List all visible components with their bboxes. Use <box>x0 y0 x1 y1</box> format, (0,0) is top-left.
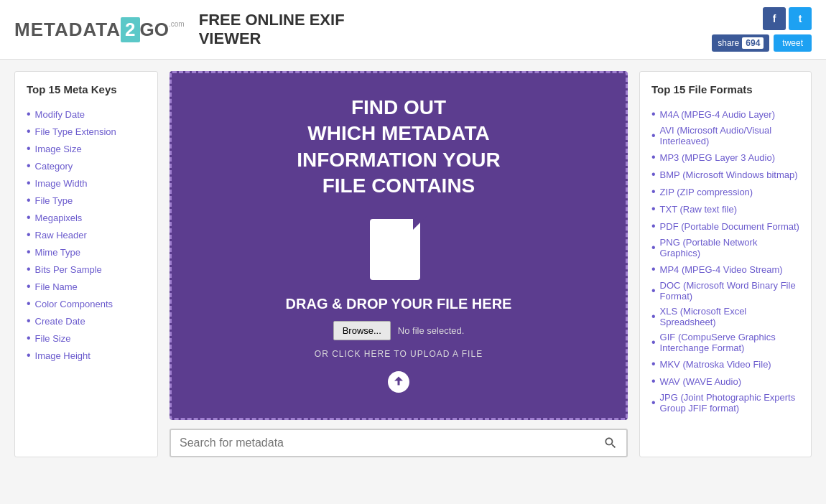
click-upload-text: OR CLICK HERE TO UPLOAD A FILE <box>315 349 483 359</box>
list-item: File Size <box>27 330 146 347</box>
facebook-share-button[interactable]: share 694 <box>712 34 769 52</box>
file-format-link[interactable]: MKV (Matroska Video File) <box>660 359 771 370</box>
list-item: Image Width <box>27 174 146 192</box>
meta-key-link[interactable]: Image Size <box>35 144 82 154</box>
list-item: JPG (Joint Photographic Experts Group JF… <box>651 390 799 416</box>
list-item: Mime Type <box>27 243 146 261</box>
file-format-link[interactable]: M4A (MPEG-4 Audio Layer) <box>660 109 775 120</box>
list-item: Image Size <box>27 140 146 157</box>
list-item: File Name <box>27 278 146 295</box>
meta-key-link[interactable]: File Name <box>35 281 78 292</box>
main-content: Top 15 Meta Keys Modify DateFile Type Ex… <box>0 60 826 469</box>
drag-drop-text: DRAG & DROP YOUR FILE HERE <box>286 296 512 312</box>
file-format-link[interactable]: MP3 (MPEG Layer 3 Audio) <box>660 152 775 163</box>
search-bar <box>170 429 628 457</box>
meta-key-link[interactable]: Image Height <box>35 350 91 361</box>
upload-icon <box>384 368 413 396</box>
share-count: 694 <box>742 37 764 49</box>
sidebar-left: Top 15 Meta Keys Modify DateFile Type Ex… <box>14 71 158 457</box>
logo-2-box: 2 <box>121 17 139 42</box>
list-item: Bits Per Sample <box>27 261 146 278</box>
logo-com-text: .com <box>169 20 185 28</box>
list-item: M4A (MPEG-4 Audio Layer) <box>651 106 799 123</box>
file-format-link[interactable]: AVI (Microsoft Audio/Visual Interleaved) <box>660 125 799 146</box>
meta-key-link[interactable]: Color Components <box>35 299 113 309</box>
file-format-link[interactable]: JPG (Joint Photographic Experts Group JF… <box>660 392 799 414</box>
file-format-link[interactable]: PNG (Portable Network Graphics) <box>660 237 799 258</box>
meta-key-link[interactable]: Mime Type <box>35 247 80 258</box>
file-format-link[interactable]: MP4 (MPEG-4 Video Stream) <box>660 264 783 275</box>
list-item: Modify Date <box>27 106 146 123</box>
meta-key-link[interactable]: File Size <box>35 333 71 344</box>
list-item: Megapixels <box>27 209 146 226</box>
meta-key-link[interactable]: Bits Per Sample <box>35 264 102 275</box>
meta-key-link[interactable]: Category <box>35 161 73 172</box>
file-format-link[interactable]: BMP (Microsoft Windows bitmap) <box>660 169 798 180</box>
list-item: Category <box>27 157 146 174</box>
file-icon <box>370 215 427 280</box>
header-social: f t share 694 tweet <box>712 7 812 52</box>
twitter-tweet-button[interactable]: tweet <box>774 34 812 52</box>
file-format-link[interactable]: GIF (CompuServe Graphics Interchange For… <box>660 332 799 353</box>
meta-keys-list: Modify DateFile Type ExtensionImage Size… <box>27 106 146 364</box>
list-item: BMP (Microsoft Windows bitmap) <box>651 166 799 183</box>
search-button[interactable] <box>603 436 618 450</box>
list-item: TXT (Raw text file) <box>651 200 799 218</box>
logo-go-text: GO <box>140 19 169 41</box>
twitter-icon-button[interactable]: t <box>789 7 812 30</box>
list-item: Image Height <box>27 347 146 364</box>
list-item: Color Components <box>27 295 146 312</box>
site-title: FREE ONLINE EXIF VIEWER <box>199 11 345 49</box>
meta-key-link[interactable]: Megapixels <box>35 213 83 223</box>
list-item: Raw Header <box>27 226 146 243</box>
drop-zone-title: FIND OUTWHICH METADATAINFORMATION YOURFI… <box>297 95 501 200</box>
file-icon-corner <box>413 215 427 230</box>
file-formats-list: M4A (MPEG-4 Audio Layer)AVI (Microsoft A… <box>651 106 799 416</box>
list-item: AVI (Microsoft Audio/Visual Interleaved) <box>651 123 799 149</box>
file-format-link[interactable]: PDF (Portable Document Format) <box>660 221 799 232</box>
facebook-icon-button[interactable]: f <box>763 7 786 30</box>
logo-2-text: 2 <box>125 19 135 40</box>
list-item: PDF (Portable Document Format) <box>651 218 799 235</box>
no-file-text: No file selected. <box>398 325 465 336</box>
meta-key-link[interactable]: Image Width <box>35 178 88 189</box>
list-item: MP3 (MPEG Layer 3 Audio) <box>651 149 799 166</box>
list-item: MKV (Matroska Video File) <box>651 355 799 373</box>
file-format-link[interactable]: DOC (Microsoft Word Binary File Format) <box>660 280 799 302</box>
meta-key-link[interactable]: File Type <box>35 195 73 206</box>
file-format-link[interactable]: WAV (WAVE Audio) <box>660 376 741 387</box>
list-item: MP4 (MPEG-4 Video Stream) <box>651 261 799 278</box>
list-item: DOC (Microsoft Word Binary File Format) <box>651 278 799 304</box>
meta-key-link[interactable]: Raw Header <box>35 230 87 241</box>
file-format-link[interactable]: TXT (Raw text file) <box>660 204 737 215</box>
list-item: XLS (Microsoft Excel Spreadsheet) <box>651 304 799 330</box>
header: METADATA 2 GO .com FREE ONLINE EXIF VIEW… <box>0 0 826 60</box>
social-icons: f t <box>763 7 812 30</box>
list-item: PNG (Portable Network Graphics) <box>651 235 799 261</box>
sidebar-left-title: Top 15 Meta Keys <box>27 83 146 95</box>
browse-button[interactable]: Browse... <box>333 321 391 340</box>
logo-metadata-text: METADATA <box>14 19 121 41</box>
search-input[interactable] <box>180 437 598 449</box>
file-format-link[interactable]: XLS (Microsoft Excel Spreadsheet) <box>660 306 799 327</box>
list-item: WAV (WAVE Audio) <box>651 373 799 390</box>
file-format-link[interactable]: ZIP (ZIP compression) <box>660 187 753 197</box>
sidebar-right-title: Top 15 File Formats <box>651 83 799 95</box>
browse-row: Browse... No file selected. <box>333 321 465 340</box>
logo: METADATA 2 GO .com <box>14 17 185 42</box>
sidebar-right: Top 15 File Formats M4A (MPEG-4 Audio La… <box>639 71 812 457</box>
list-item: GIF (CompuServe Graphics Interchange For… <box>651 330 799 355</box>
meta-key-link[interactable]: File Type Extension <box>35 126 116 137</box>
list-item: File Type Extension <box>27 123 146 140</box>
meta-key-link[interactable]: Modify Date <box>35 109 85 120</box>
share-row: share 694 tweet <box>712 34 812 52</box>
drop-zone[interactable]: FIND OUTWHICH METADATAINFORMATION YOURFI… <box>170 71 628 420</box>
list-item: ZIP (ZIP compression) <box>651 183 799 200</box>
center-area: FIND OUTWHICH METADATAINFORMATION YOURFI… <box>170 71 628 457</box>
list-item: Create Date <box>27 312 146 330</box>
meta-key-link[interactable]: Create Date <box>35 316 85 327</box>
header-left: METADATA 2 GO .com FREE ONLINE EXIF VIEW… <box>14 11 345 49</box>
list-item: File Type <box>27 192 146 209</box>
